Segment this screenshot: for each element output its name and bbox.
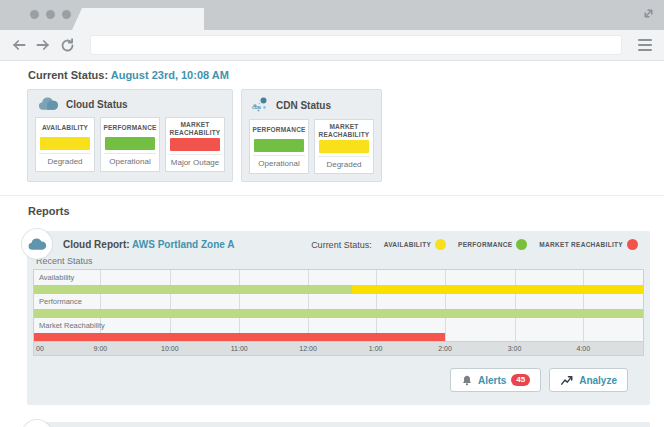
chart-segment bbox=[34, 309, 643, 318]
cdn-status-header: CDN CDN Status bbox=[249, 95, 374, 119]
chart-segment bbox=[352, 285, 643, 294]
current-status-value: August 23rd, 10:08 AM bbox=[111, 69, 229, 81]
legend-item-availability: AVAILABILITY bbox=[384, 239, 446, 250]
legend-item-performance: PERFORMANCE bbox=[458, 239, 527, 250]
cdn-icon: CDN bbox=[251, 97, 269, 113]
window-control-dot[interactable] bbox=[30, 10, 39, 19]
legend-dot bbox=[627, 239, 638, 250]
cloud-report-legend: Current Status: AVAILABILITY PERFORMANCE… bbox=[311, 239, 638, 250]
chart-row: Market Reachability bbox=[34, 318, 643, 342]
metric-status-text: Degraded bbox=[39, 153, 91, 170]
chart-title: Recent Status bbox=[36, 256, 644, 266]
alerts-button[interactable]: Alerts 45 bbox=[450, 368, 541, 392]
axis-tick-label: 1:00 bbox=[369, 345, 383, 352]
cdn-report-badge: CDN bbox=[22, 420, 52, 427]
refresh-icon bbox=[60, 38, 75, 53]
cdn-status-card: CDN CDN Status PERFORMANCE Operational M… bbox=[241, 89, 382, 182]
chart-row-label: Availability bbox=[34, 270, 643, 285]
cloud-report-title-link[interactable]: AWS Portland Zone A bbox=[132, 239, 234, 250]
menu-icon[interactable] bbox=[636, 37, 654, 53]
page-content: Current Status: August 23rd, 10:08 AM Cl… bbox=[0, 61, 664, 427]
legend-item-market-reachability: MARKET REACHABILITY bbox=[539, 239, 638, 250]
cloud-icon bbox=[27, 238, 47, 251]
bell-icon bbox=[461, 374, 473, 387]
analyze-icon bbox=[560, 374, 574, 387]
chart-row-label: Performance bbox=[34, 294, 643, 309]
axis-tick-label: 9:00 bbox=[94, 345, 108, 352]
window-controls[interactable] bbox=[30, 10, 71, 19]
legend-label: MARKET REACHABILITY bbox=[539, 241, 623, 248]
recent-status-chart: Recent Status AvailabilityPerformanceMar… bbox=[33, 256, 644, 356]
metric-label: MARKET REACHABILITY bbox=[318, 123, 370, 139]
cdn-status-tiles: PERFORMANCE Operational MARKET REACHABIL… bbox=[249, 119, 374, 174]
expand-icon[interactable] bbox=[642, 7, 655, 20]
alerts-button-label: Alerts bbox=[478, 375, 506, 386]
axis-tick-label: 2:00 bbox=[438, 345, 452, 352]
address-bar[interactable] bbox=[90, 35, 622, 55]
legend-dot bbox=[435, 239, 446, 250]
metric-label: PERFORMANCE bbox=[253, 123, 305, 138]
cloud-report-badge bbox=[22, 229, 52, 259]
forward-arrow-icon bbox=[35, 38, 51, 52]
browser-toolbar bbox=[0, 30, 664, 61]
chart-row-label: Market Reachability bbox=[34, 318, 643, 333]
cdn-status-title: CDN Status bbox=[276, 100, 331, 111]
metric-label: MARKET REACHABILITY bbox=[169, 121, 221, 137]
metric-status-text: Operational bbox=[104, 153, 156, 170]
axis-tick-label: 11:00 bbox=[231, 345, 248, 352]
browser-window: Current Status: August 23rd, 10:08 AM Cl… bbox=[0, 0, 664, 427]
legend-caption: Current Status: bbox=[311, 240, 372, 250]
recent-status-axis: 009:0010:0011:0012:001:002:003:004:00 bbox=[33, 341, 644, 356]
alerts-count-badge: 45 bbox=[511, 374, 530, 386]
status-metric-performance: PERFORMANCE Operational bbox=[100, 117, 160, 172]
chart-row: Availability bbox=[34, 270, 643, 294]
metric-status-bar bbox=[170, 138, 220, 151]
cloud-status-card: Cloud Status AVAILABILITY Degraded PERFO… bbox=[27, 89, 233, 182]
axis-tick-label: 3:00 bbox=[508, 345, 522, 352]
cloud-report-header: Cloud Report: AWS Portland Zone A Curren… bbox=[27, 231, 650, 254]
cloud-status-tiles: AVAILABILITY Degraded PERFORMANCE Operat… bbox=[35, 117, 225, 172]
status-metric-market-reachability: MARKET REACHABILITY Major Outage bbox=[165, 117, 225, 172]
forward-button[interactable] bbox=[34, 36, 52, 54]
legend-dot bbox=[516, 239, 527, 250]
chart-row-bar bbox=[34, 285, 643, 294]
status-metric-market-reachability: MARKET REACHABILITY Degraded bbox=[314, 119, 374, 174]
window-control-dot[interactable] bbox=[46, 10, 55, 19]
status-cards-strip: Cloud Status AVAILABILITY Degraded PERFO… bbox=[0, 83, 664, 196]
back-button[interactable] bbox=[10, 36, 28, 54]
cloud-report-buttons: Alerts 45 Analyze bbox=[27, 356, 650, 405]
axis-tick-label: 10:00 bbox=[161, 345, 179, 352]
chart-segment bbox=[34, 285, 352, 294]
cloud-report-title: Cloud Report: AWS Portland Zone A bbox=[63, 239, 235, 250]
analyze-button[interactable]: Analyze bbox=[549, 368, 628, 392]
cdn-report-card: CDN CDN Report: Akamai Current Status: P… bbox=[27, 422, 650, 427]
metric-label: AVAILABILITY bbox=[39, 121, 91, 136]
metric-status-bar bbox=[40, 137, 90, 150]
recent-status-plot: AvailabilityPerformanceMarket Reachabili… bbox=[33, 269, 644, 341]
cloud-status-header: Cloud Status bbox=[35, 95, 225, 117]
browser-tab[interactable] bbox=[82, 8, 204, 30]
chart-row: Performance bbox=[34, 294, 643, 318]
current-status-label: Current Status: bbox=[28, 69, 108, 81]
metric-status-text: Degraded bbox=[318, 156, 370, 173]
status-metric-performance: PERFORMANCE Operational bbox=[249, 119, 309, 174]
cloud-report-card: Cloud Report: AWS Portland Zone A Curren… bbox=[27, 231, 650, 405]
metric-label: PERFORMANCE bbox=[104, 121, 156, 136]
back-arrow-icon bbox=[11, 38, 27, 52]
analyze-button-label: Analyze bbox=[579, 375, 617, 386]
axis-tick-label: 4:00 bbox=[577, 345, 591, 352]
status-metric-availability: AVAILABILITY Degraded bbox=[35, 117, 95, 172]
refresh-button[interactable] bbox=[58, 36, 76, 54]
metric-status-bar bbox=[254, 139, 304, 152]
metric-status-text: Operational bbox=[253, 155, 305, 172]
legend-label: PERFORMANCE bbox=[458, 241, 512, 248]
browser-titlebar bbox=[0, 0, 664, 30]
axis-tick-label: 00 bbox=[36, 345, 44, 352]
chart-row-bar bbox=[34, 309, 643, 318]
cloud-icon bbox=[37, 97, 59, 111]
current-status-line: Current Status: August 23rd, 10:08 AM bbox=[0, 61, 664, 83]
cloud-status-title: Cloud Status bbox=[66, 99, 128, 110]
metric-status-bar bbox=[105, 137, 155, 150]
window-control-dot[interactable] bbox=[62, 10, 71, 19]
metric-status-bar bbox=[319, 140, 369, 153]
